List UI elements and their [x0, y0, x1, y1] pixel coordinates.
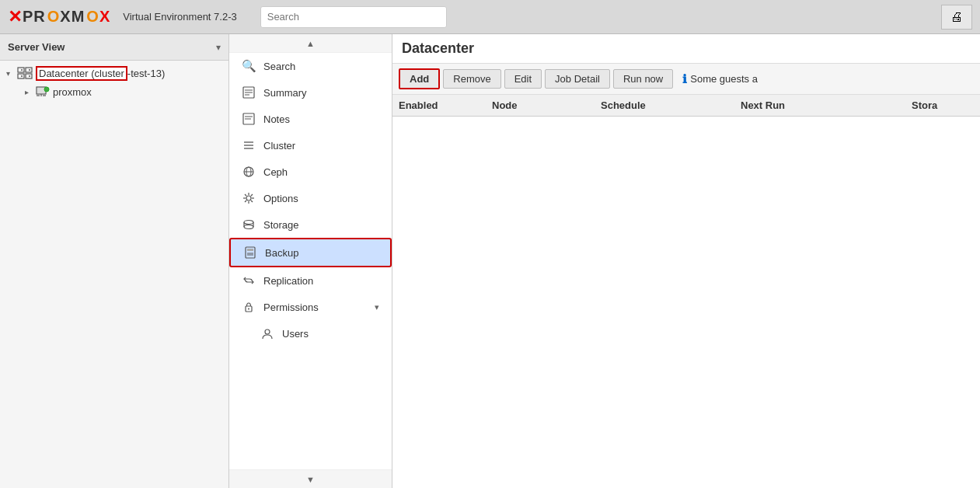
nav-label-storage: Storage: [263, 219, 299, 231]
node-icon: [36, 85, 50, 98]
content-title: Datacenter: [392, 34, 980, 64]
nav-item-cluster[interactable]: Cluster: [229, 132, 392, 159]
nav-label-search: Search: [263, 61, 295, 72]
svg-line-34: [251, 194, 253, 196]
product-name: Virtual Environment 7.2-3: [123, 11, 236, 23]
nav-label-replication: Replication: [263, 275, 313, 287]
topbar-right: 🖨: [941, 5, 972, 30]
nav-item-storage[interactable]: Storage: [229, 211, 392, 238]
col-header-schedule: Schedule: [601, 99, 741, 111]
svg-line-33: [251, 200, 253, 202]
search-nav-icon: 🔍: [242, 59, 256, 73]
svg-point-46: [265, 329, 270, 334]
backup-nav-icon: [243, 246, 257, 260]
printer-icon-btn[interactable]: 🖨: [941, 5, 972, 30]
svg-point-10: [44, 87, 49, 92]
cluster-nav-icon: [242, 138, 256, 152]
summary-nav-icon: [242, 85, 256, 99]
logo: ✕ PROXMOX: [8, 7, 109, 27]
permissions-nav-icon: [242, 300, 256, 314]
svg-line-32: [245, 194, 246, 196]
nav-item-notes[interactable]: Notes: [229, 106, 392, 132]
col-header-nextrun: Next Run: [741, 99, 912, 111]
col-header-node: Node: [492, 99, 601, 111]
nav-label-notes: Notes: [263, 113, 290, 125]
notes-nav-icon: [242, 112, 256, 126]
nav-item-backup[interactable]: Backup: [229, 238, 392, 267]
left-panel: Server View ▾ ▾: [0, 34, 229, 488]
nav-label-summary: Summary: [263, 87, 307, 99]
nav-item-users[interactable]: Users: [229, 320, 392, 347]
options-nav-icon: [242, 191, 256, 205]
nav-label-permissions: Permissions: [263, 302, 319, 313]
mid-panel: ▲ 🔍 Search Summary Notes Cluster: [229, 34, 392, 488]
svg-point-6: [29, 69, 30, 71]
nav-item-search[interactable]: 🔍 Search: [229, 53, 392, 79]
topbar: ✕ PROXMOX Virtual Environment 7.2-3 🖨: [0, 0, 980, 34]
nav-label-options: Options: [263, 193, 298, 204]
svg-point-5: [21, 75, 23, 77]
nav-item-ceph[interactable]: Ceph: [229, 159, 392, 185]
right-panel: Datacenter Add Remove Edit Job Detail Ru…: [392, 34, 980, 488]
users-nav-icon: [260, 326, 274, 340]
tree-item-datacenter[interactable]: ▾ Datacenter (cluster-test-1: [0, 64, 228, 82]
nav-scroll-up-btn[interactable]: ▲: [229, 34, 392, 53]
nav-scroll-down-btn[interactable]: ▼: [229, 469, 392, 488]
nav-item-permissions[interactable]: Permissions ▾: [229, 294, 392, 320]
main-layout: Server View ▾ ▾: [0, 34, 980, 488]
nav-label-backup: Backup: [265, 247, 298, 259]
ceph-nav-icon: [242, 165, 256, 179]
svg-point-39: [244, 225, 253, 229]
tree-item-proxmox[interactable]: ▸ proxmox: [0, 82, 228, 101]
svg-rect-41: [247, 249, 253, 251]
datacenter-icon: [17, 67, 33, 79]
col-header-enabled: Enabled: [399, 99, 492, 111]
svg-point-7: [29, 75, 30, 77]
tree: ▾ Datacenter (cluster-test-1: [0, 61, 228, 488]
chevron-down-permissions-icon: ▾: [375, 302, 379, 312]
toolbar-info-text: Some guests a: [690, 73, 758, 85]
add-button[interactable]: Add: [399, 68, 440, 89]
run-now-button[interactable]: Run now: [613, 69, 673, 89]
nav-item-summary[interactable]: Summary: [229, 79, 392, 106]
svg-rect-9: [37, 88, 45, 93]
nav-label-cluster: Cluster: [263, 140, 295, 152]
proxmox-label: proxmox: [53, 86, 92, 98]
remove-button[interactable]: Remove: [443, 69, 500, 89]
search-input[interactable]: [260, 6, 447, 28]
tree-expand-proxmox-icon: ▸: [25, 88, 36, 96]
svg-point-4: [21, 69, 23, 71]
nav-item-replication[interactable]: Replication: [229, 267, 392, 294]
table-header: Enabled Node Schedule Next Run Stora: [392, 95, 980, 117]
search-bar[interactable]: [260, 6, 447, 28]
tree-expand-icon: ▾: [6, 69, 17, 78]
info-icon: ℹ: [682, 72, 687, 86]
edit-button[interactable]: Edit: [504, 69, 542, 89]
col-header-storage: Stora: [912, 99, 974, 111]
svg-point-45: [248, 308, 249, 310]
nav-label-ceph: Ceph: [263, 166, 288, 178]
svg-line-35: [245, 200, 246, 202]
logo-x-icon: ✕: [8, 7, 21, 27]
svg-point-36: [244, 221, 253, 225]
toolbar-info: ℹ Some guests a: [682, 72, 758, 86]
replication-nav-icon: [242, 274, 256, 288]
nav-label-users: Users: [282, 328, 309, 340]
datacenter-label: Datacenter (cluster-test-13): [36, 68, 165, 79]
job-detail-button[interactable]: Job Detail: [545, 69, 610, 89]
svg-point-27: [246, 196, 251, 200]
server-view-title: Server View: [8, 41, 65, 53]
toolbar: Add Remove Edit Job Detail Run now ℹ Som…: [392, 64, 980, 95]
storage-nav-icon: [242, 218, 256, 232]
server-view-header: Server View ▾: [0, 34, 228, 61]
nav-item-options[interactable]: Options: [229, 185, 392, 211]
table-body: [392, 117, 980, 488]
chevron-down-icon: ▾: [216, 42, 221, 53]
